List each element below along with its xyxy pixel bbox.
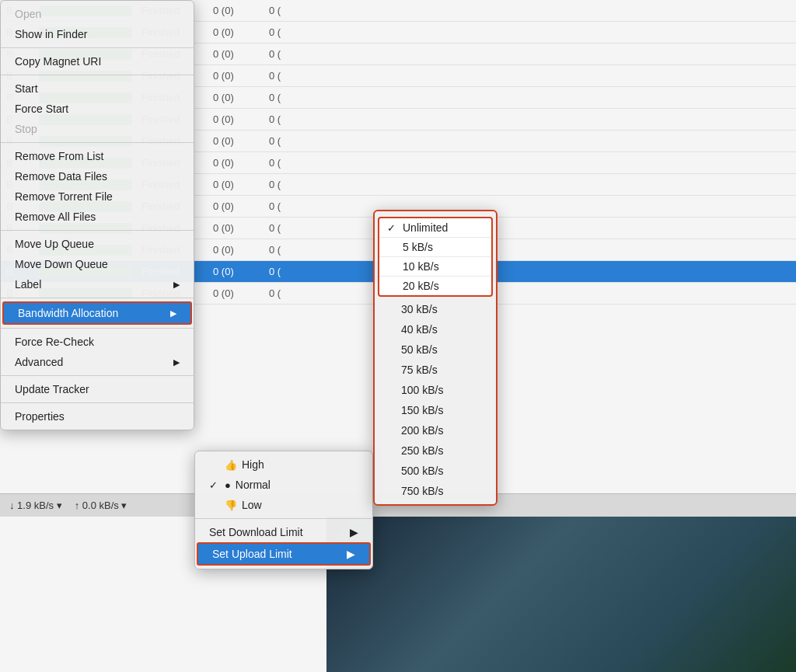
context-menu-upload: ✓ Unlimited 5 kB/s 10 kB/s 20 kB/s 30 kB… — [373, 210, 498, 506]
upload-item-250kbs[interactable]: 250 kB/s — [375, 440, 496, 461]
menu-item-remove-list[interactable]: Remove From List — [1, 146, 194, 166]
separator — [1, 328, 194, 329]
submenu-arrow-icon: ▶ — [350, 526, 358, 538]
bandwidth-item-low[interactable]: 👎 Low — [195, 495, 372, 515]
menu-item-show-finder[interactable]: Show in Finder — [1, 24, 194, 44]
upload-item-150kbs[interactable]: 150 kB/s — [375, 400, 496, 420]
upload-item-5kbs[interactable]: 5 kB/s — [379, 237, 491, 256]
menu-item-remove-all[interactable]: Remove All Files — [1, 207, 194, 227]
separator — [1, 142, 194, 143]
menu-item-move-up[interactable]: Move Up Queue — [1, 234, 194, 254]
menu-item-advanced[interactable]: Advanced ▶ — [1, 352, 194, 372]
bandwidth-item-download-limit[interactable]: Set Download Limit ▶ — [195, 522, 372, 542]
menu-item-bandwidth[interactable]: Bandwidth Allocation ▶ — [2, 301, 192, 325]
separator — [195, 518, 372, 519]
menu-item-force-start[interactable]: Force Start — [1, 99, 194, 119]
menu-item-update-tracker[interactable]: Update Tracker — [1, 379, 194, 399]
upload-speed[interactable]: ↑ 0.0 kB/s ▾ — [75, 500, 127, 511]
separator — [1, 375, 194, 376]
upload-item-50kbs[interactable]: 50 kB/s — [375, 339, 496, 360]
separator — [1, 47, 194, 48]
upload-item-20kbs[interactable]: 20 kB/s — [379, 276, 491, 295]
upload-item-unlimited[interactable]: ✓ Unlimited — [379, 218, 491, 237]
submenu-arrow-icon: ▶ — [347, 548, 355, 560]
upload-item-30kbs[interactable]: 30 kB/s — [375, 299, 496, 319]
separator — [1, 298, 194, 298]
check-icon: ✓ — [387, 222, 398, 234]
menu-item-stop[interactable]: Stop — [1, 119, 194, 139]
menu-item-move-down[interactable]: Move Down Queue — [1, 254, 194, 274]
menu-item-label[interactable]: Label ▶ — [1, 274, 194, 294]
upload-item-200kbs[interactable]: 200 kB/s — [375, 420, 496, 440]
menu-item-remove-torrent[interactable]: Remove Torrent File — [1, 186, 194, 207]
submenu-arrow-icon: ▶ — [173, 357, 180, 367]
thumbnail-area — [326, 517, 796, 672]
download-speed[interactable]: ↓ 1.9 kB/s ▾ — [9, 500, 62, 511]
separator — [1, 230, 194, 231]
menu-item-remove-data[interactable]: Remove Data Files — [1, 166, 194, 186]
separator — [1, 402, 194, 403]
menu-item-start[interactable]: Start — [1, 78, 194, 99]
upload-item-750kbs[interactable]: 750 kB/s — [375, 481, 496, 501]
thumbnail-image — [326, 517, 796, 672]
upload-item-10kbs[interactable]: 10 kB/s — [379, 256, 491, 276]
context-menu-main: Open Show in Finder Copy Magnet URI Star… — [0, 0, 194, 430]
upload-item-100kbs[interactable]: 100 kB/s — [375, 380, 496, 400]
menu-item-open[interactable]: Open — [1, 4, 194, 24]
bandwidth-item-high[interactable]: 👍 High — [195, 454, 372, 475]
upload-limit-box-group: ✓ Unlimited 5 kB/s 10 kB/s 20 kB/s — [378, 217, 493, 297]
bandwidth-item-upload-limit[interactable]: Set Upload Limit ▶ — [197, 542, 371, 566]
menu-item-properties[interactable]: Properties — [1, 406, 194, 427]
submenu-arrow-icon: ▶ — [170, 308, 176, 319]
bandwidth-item-normal[interactable]: ✓ ● Normal — [195, 475, 372, 495]
separator — [1, 75, 194, 75]
upload-item-40kbs[interactable]: 40 kB/s — [375, 319, 496, 339]
menu-item-copy-magnet[interactable]: Copy Magnet URI — [1, 51, 194, 71]
check-icon: ✓ — [209, 479, 220, 491]
upload-item-75kbs[interactable]: 75 kB/s — [375, 360, 496, 380]
upload-item-500kbs[interactable]: 500 kB/s — [375, 461, 496, 481]
menu-item-force-recheck[interactable]: Force Re-Check — [1, 332, 194, 352]
context-menu-bandwidth: 👍 High ✓ ● Normal 👎 Low Set Download Lim… — [194, 451, 373, 569]
submenu-arrow-icon: ▶ — [173, 280, 180, 290]
